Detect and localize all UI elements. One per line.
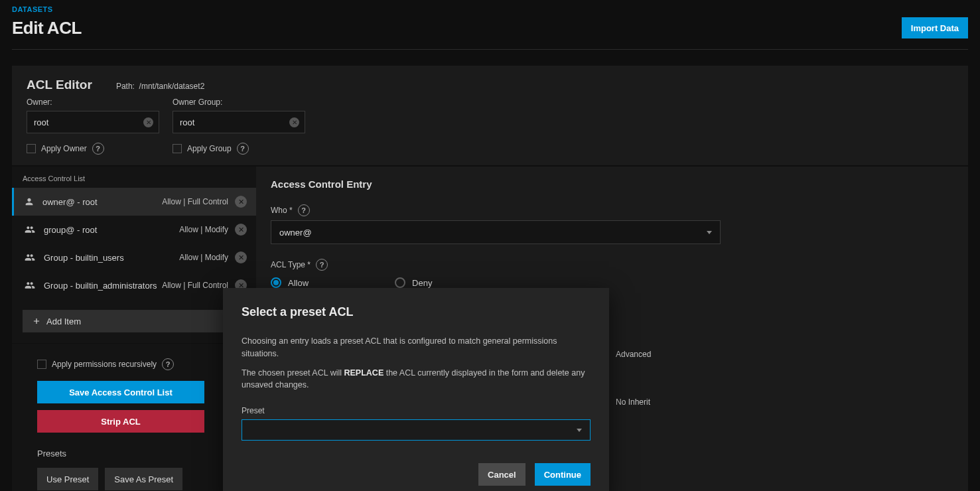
acl-item-label: group@ - root xyxy=(44,225,97,235)
clear-owner-icon[interactable]: ✕ xyxy=(143,117,153,127)
acl-list-header: Access Control List xyxy=(12,167,256,188)
page-title: Edit ACL xyxy=(12,18,82,38)
acl-type-label: ACL Type * xyxy=(271,260,311,269)
owner-label: Owner: xyxy=(27,98,159,107)
chevron-down-icon xyxy=(707,231,712,234)
acl-item-label: Group - builtin_administrators xyxy=(44,281,157,291)
allow-label: Allow xyxy=(288,278,309,288)
help-icon[interactable]: ? xyxy=(92,143,104,155)
group-icon xyxy=(24,252,36,263)
help-icon[interactable]: ? xyxy=(162,358,174,370)
apply-recursive-checkbox[interactable] xyxy=(37,360,46,369)
owner-group-input[interactable]: root ✕ xyxy=(173,111,305,133)
acl-type-deny[interactable]: Deny xyxy=(395,277,432,288)
remove-acl-item-icon[interactable]: ✕ xyxy=(235,196,247,208)
presets-heading: Presets xyxy=(37,449,243,458)
owner-value: root xyxy=(34,117,48,127)
modal-description-1: Choosing an entry loads a preset ACL tha… xyxy=(242,335,591,360)
acl-editor-card: ACL Editor Path: /mnt/tank/dataset2 Owne… xyxy=(12,66,968,165)
add-item-label: Add Item xyxy=(46,316,81,326)
help-icon[interactable]: ? xyxy=(237,143,249,155)
use-preset-button[interactable]: Use Preset xyxy=(37,468,98,490)
acl-sidebar: Access Control List owner@ - root Allow … xyxy=(12,167,256,491)
acl-item-builtin-admins[interactable]: Group - builtin_administrators Allow | F… xyxy=(12,271,256,299)
path-value: /mnt/tank/dataset2 xyxy=(139,82,205,91)
strip-acl-button[interactable]: Strip ACL xyxy=(37,410,204,433)
owner-group-label: Owner Group: xyxy=(173,98,305,107)
acl-item-label: Group - builtin_users xyxy=(44,253,124,263)
owner-input[interactable]: root ✕ xyxy=(27,111,159,133)
apply-owner-checkbox[interactable] xyxy=(27,144,36,153)
acl-item-group-root[interactable]: group@ - root Allow | Modify ✕ xyxy=(12,216,256,244)
cancel-button[interactable]: Cancel xyxy=(478,463,525,486)
acl-item-perm: Allow | Full Control xyxy=(162,281,228,290)
plus-icon xyxy=(32,316,41,326)
who-value: owner@ xyxy=(279,228,312,238)
preset-select[interactable] xyxy=(242,419,591,441)
apply-recursive-label: Apply permissions recursively xyxy=(52,360,157,369)
add-item-button[interactable]: Add Item xyxy=(23,310,256,332)
import-data-button[interactable]: Import Data xyxy=(902,17,968,38)
ace-title: Access Control Entry xyxy=(271,178,953,190)
remove-acl-item-icon[interactable]: ✕ xyxy=(235,224,247,236)
acl-item-perm: Allow | Full Control xyxy=(162,197,228,206)
acl-type-allow[interactable]: Allow xyxy=(271,277,309,288)
radio-icon xyxy=(395,277,405,288)
help-icon[interactable]: ? xyxy=(316,259,328,271)
preset-field-label: Preset xyxy=(242,406,591,415)
acl-item-perm: Allow | Modify xyxy=(179,225,228,234)
path-display: Path: /mnt/tank/dataset2 xyxy=(116,82,204,91)
deny-label: Deny xyxy=(412,278,432,288)
group-icon xyxy=(24,224,36,235)
who-select[interactable]: owner@ xyxy=(271,220,721,244)
acl-item-label: owner@ - root xyxy=(42,197,98,207)
help-icon[interactable]: ? xyxy=(298,204,310,216)
advanced-label: Advanced xyxy=(616,350,651,359)
group-icon xyxy=(24,280,36,291)
clear-owner-group-icon[interactable]: ✕ xyxy=(289,117,299,127)
radio-icon xyxy=(271,277,281,288)
acl-editor-title: ACL Editor xyxy=(27,78,92,92)
chevron-down-icon xyxy=(577,429,582,432)
no-inherit-label: No Inherit xyxy=(616,397,650,407)
preset-modal: Select a preset ACL Choosing an entry lo… xyxy=(223,288,609,491)
acl-item-owner[interactable]: owner@ - root Allow | Full Control ✕ xyxy=(12,188,256,216)
person-icon xyxy=(24,196,35,207)
who-label: Who * xyxy=(271,206,293,215)
breadcrumb[interactable]: DATASETS xyxy=(12,0,968,13)
acl-item-builtin-users[interactable]: Group - builtin_users Allow | Modify ✕ xyxy=(12,244,256,271)
apply-owner-label: Apply Owner xyxy=(41,144,87,153)
modal-title: Select a preset ACL xyxy=(242,305,591,319)
continue-button[interactable]: Continue xyxy=(535,463,591,486)
save-as-preset-button[interactable]: Save As Preset xyxy=(105,468,182,490)
owner-group-value: root xyxy=(180,117,194,127)
remove-acl-item-icon[interactable]: ✕ xyxy=(235,251,247,263)
modal-description-2: The chosen preset ACL will REPLACE the A… xyxy=(242,367,591,392)
save-acl-button[interactable]: Save Access Control List xyxy=(37,381,204,403)
acl-item-perm: Allow | Modify xyxy=(179,253,228,262)
path-label: Path: xyxy=(116,82,135,91)
apply-group-checkbox[interactable] xyxy=(173,144,182,153)
apply-group-label: Apply Group xyxy=(187,144,232,153)
